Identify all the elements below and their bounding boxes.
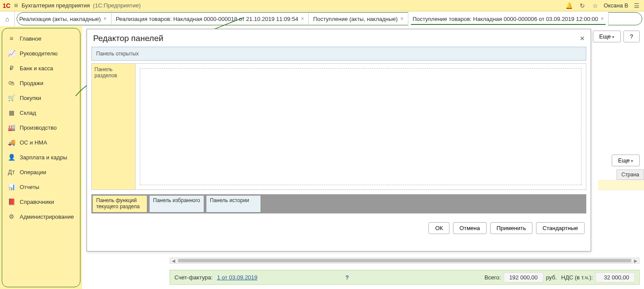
sidebar-item-proizvodstvo[interactable]: 🏭Производство: [2, 120, 80, 135]
invoice-label: Счет-фактура:: [174, 274, 212, 281]
chart-icon: 📈: [7, 50, 15, 57]
star-icon[interactable]: ☆: [591, 2, 600, 9]
sidebar-item-pokupki[interactable]: 🛒Покупки: [2, 90, 80, 105]
report-icon: 📊: [7, 183, 15, 190]
column-header-country[interactable]: Страна: [616, 169, 644, 180]
tab-realizatsiya-list[interactable]: Реализация (акты, накладные)×: [15, 11, 111, 26]
bell-icon[interactable]: 🔔: [564, 2, 574, 9]
menu-lines-icon[interactable]: ☰: [632, 2, 641, 9]
history-icon[interactable]: ↻: [578, 2, 587, 9]
book-icon: 📕: [7, 198, 15, 205]
sidebar-item-spravochniki[interactable]: 📕Справочники: [2, 194, 80, 209]
sidebar-item-zarplata[interactable]: 👤Зарплата и кадры: [2, 150, 80, 165]
scrollbar-thumb[interactable]: [178, 259, 631, 262]
cancel-button[interactable]: Отмена: [453, 222, 487, 234]
currency-label: руб.: [546, 274, 557, 281]
ok-button[interactable]: ОК: [428, 222, 449, 234]
panel-open-area[interactable]: Панель открытых: [91, 47, 586, 61]
gear-icon: ⚙: [7, 213, 15, 220]
close-icon[interactable]: ×: [400, 16, 404, 22]
vat-label: НДС (в т.ч.):: [561, 274, 593, 281]
sidebar-item-otchety[interactable]: 📊Отчеты: [2, 179, 80, 194]
table-row[interactable]: [598, 180, 644, 190]
scroll-right-icon[interactable]: ▶: [632, 258, 639, 263]
app-name: Бухгалтерия предприятия (1С:Предприятие): [21, 2, 141, 9]
panel-tab-history[interactable]: Панель истории: [206, 195, 261, 213]
more-button-top[interactable]: Еще: [593, 31, 621, 42]
apply-button[interactable]: Применить: [490, 222, 533, 234]
invoice-link[interactable]: 1 от 03.09.2019: [217, 274, 257, 281]
panel-editor-dialog: Редактор панелей × Панель открытых Панел…: [87, 29, 591, 251]
total-label: Всего:: [484, 274, 501, 281]
close-icon[interactable]: ×: [601, 16, 604, 22]
sidebar: ≡Главное 📈Руководителю ₽Банк и касса 🛍Пр…: [0, 26, 82, 289]
tab-postuplenie-list[interactable]: Поступление (акты, накладные)×: [309, 11, 408, 26]
menu-icon: ≡: [7, 35, 15, 42]
sidebar-item-admin[interactable]: ⚙Администрирование: [2, 209, 80, 224]
standard-button[interactable]: Стандартные: [536, 222, 585, 234]
panel-main-area[interactable]: [136, 64, 586, 189]
more-button-mid[interactable]: Еще: [612, 155, 640, 166]
sidebar-item-rukovoditelyu[interactable]: 📈Руководителю: [2, 46, 80, 61]
vat-value: 32 000,00: [595, 272, 635, 282]
tab-postuplenie-doc[interactable]: Поступление товаров: Накладная 0000-0000…: [408, 11, 609, 26]
panel-sections-area[interactable]: Панель разделов: [92, 64, 136, 189]
close-icon[interactable]: ×: [301, 16, 304, 22]
content-area: 🔗 Еще ? Еще Страна Редактор панелей × Па…: [82, 26, 644, 289]
burger-icon[interactable]: ≡: [14, 2, 18, 10]
close-icon[interactable]: ×: [580, 34, 585, 43]
tab-realizatsiya-doc[interactable]: Реализация товаров: Накладная 0000-00001…: [111, 11, 309, 26]
panel-tabs-row: Панель функций текущего раздела Панель и…: [91, 194, 586, 213]
panel-tab-favorites[interactable]: Панель избранного: [149, 195, 204, 213]
sidebar-item-os-nma[interactable]: 🚚ОС и НМА: [2, 135, 80, 150]
sidebar-item-sklad[interactable]: ▦Склад: [2, 105, 80, 120]
person-icon: 👤: [7, 154, 15, 161]
user-name[interactable]: Оксана В: [604, 2, 628, 9]
sidebar-item-operatsii[interactable]: ДтОперации: [2, 165, 80, 179]
footer-help-icon[interactable]: ?: [345, 274, 349, 281]
panel-tab-functions[interactable]: Панель функций текущего раздела: [92, 195, 147, 213]
truck-icon: 🚚: [7, 139, 15, 146]
close-icon[interactable]: ×: [104, 16, 107, 22]
horizontal-scrollbar[interactable]: ◀ ▶: [170, 258, 640, 264]
dialog-title: Редактор панелей: [93, 34, 164, 43]
dt-kt-icon: Дт: [7, 169, 15, 175]
home-icon[interactable]: ⌂: [0, 11, 15, 26]
tab-bar: ⌂ Реализация (акты, накладные)× Реализац…: [0, 11, 644, 26]
title-bar: 1C ≡ Бухгалтерия предприятия (1С:Предпри…: [0, 0, 644, 11]
bag-icon: 🛍: [7, 79, 15, 86]
sidebar-item-bank[interactable]: ₽Банк и касса: [2, 61, 80, 76]
total-value: 192 000,00: [504, 272, 543, 282]
cart-icon: 🛒: [7, 94, 15, 101]
factory-icon: 🏭: [7, 124, 15, 131]
footer-bar: Счет-фактура: 1 от 03.09.2019 ? Всего: 1…: [170, 270, 640, 285]
scroll-left-icon[interactable]: ◀: [170, 258, 177, 263]
grid-icon: ▦: [7, 109, 15, 116]
sidebar-item-prodazhi[interactable]: 🛍Продажи: [2, 76, 80, 90]
help-button[interactable]: ?: [623, 31, 640, 42]
ruble-icon: ₽: [7, 65, 15, 72]
logo-1c: 1C: [3, 2, 10, 9]
sidebar-item-glavnoe[interactable]: ≡Главное: [2, 31, 80, 46]
